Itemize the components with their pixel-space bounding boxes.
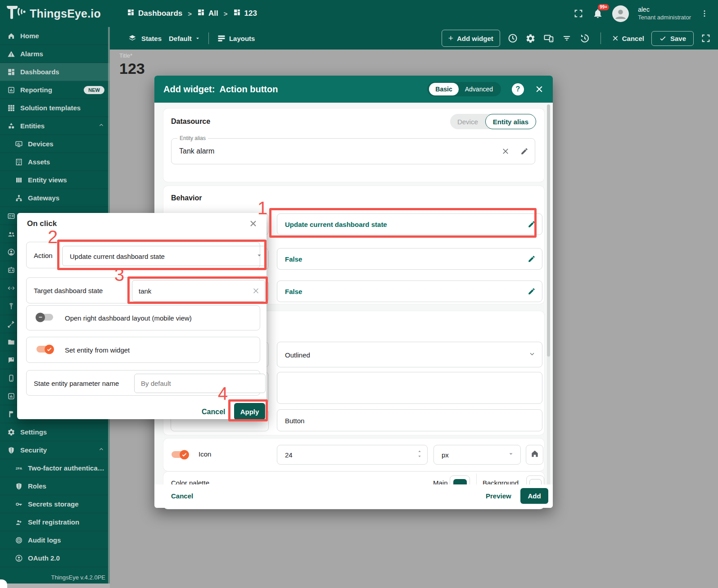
save-button[interactable]: Save <box>651 31 694 46</box>
gear-icon <box>7 428 15 436</box>
mobile-layout-toggle[interactable] <box>36 314 53 321</box>
states-layers-icon <box>128 34 137 43</box>
sidebar-item-alarms[interactable]: Alarms <box>0 45 110 63</box>
breadcrumb-item-all[interactable]: All <box>197 9 218 18</box>
button-type-select[interactable]: Outlined <box>277 342 542 367</box>
avatar[interactable] <box>612 5 629 22</box>
sidebar-item-label: Gateways <box>28 194 59 202</box>
tab-basic[interactable]: Basic <box>429 83 458 95</box>
modal-title: Add widget: <box>163 84 215 95</box>
icon-size-field[interactable]: 24 <box>277 445 428 465</box>
sidebar-item-label: Audit logs <box>28 536 61 544</box>
dashboard-title-block: Title* 123 <box>119 52 145 77</box>
target-state-input[interactable] <box>132 280 265 302</box>
breadcrumb-item-dashboards[interactable]: Dashboards <box>127 9 182 18</box>
sidebar-item-gateways[interactable]: Gateways <box>0 189 110 207</box>
sidebar-item-solution-templates[interactable]: Solution templates <box>0 99 110 117</box>
sidebar-item-entity-views[interactable]: Entity views <box>0 171 110 189</box>
fullscreen-icon[interactable] <box>573 9 583 18</box>
modal-add-button[interactable]: Add <box>520 488 548 504</box>
target-state-row: Target dashboard state <box>26 277 260 303</box>
kebab-menu-icon[interactable] <box>700 9 709 18</box>
mode-tabs: Basic Advanced <box>427 82 501 96</box>
expand-fullscreen-icon[interactable] <box>701 33 711 43</box>
sidebar-item-audit-logs[interactable]: Audit logs <box>0 531 110 549</box>
set-entity-toggle[interactable] <box>36 346 53 353</box>
sidebar-item-label: Self registration <box>28 518 79 526</box>
sidebar-item-devices[interactable]: Devices <box>0 135 110 153</box>
sidebar-item-assets[interactable]: Assets <box>0 153 110 171</box>
notifications-bell-icon[interactable]: 99+ <box>592 8 603 19</box>
modal-scrollbar[interactable] <box>547 104 550 493</box>
button-label-field[interactable]: Button <box>277 409 542 431</box>
alarm-icon <box>7 50 15 58</box>
sidebar-item-entities[interactable]: Entities <box>0 117 110 135</box>
columns-icon <box>15 176 23 184</box>
sidebar-item-two-factor-authenticati[interactable]: 2FATwo-factor authenticati… <box>0 459 110 477</box>
sidebar-item-label: Solution templates <box>20 104 81 112</box>
state-param-input[interactable] <box>134 374 266 393</box>
sidebar-item-secrets-storage[interactable]: Secrets storage <box>0 495 110 513</box>
sidebar-item-oauth-2-0[interactable]: OAuth 2.0 <box>0 549 110 567</box>
help-icon[interactable]: ? <box>512 83 524 95</box>
manage-layouts-devices-icon[interactable] <box>543 33 555 44</box>
version-history-icon[interactable] <box>579 33 590 44</box>
icon-picker-button[interactable] <box>526 445 543 465</box>
behavior-row-field-1[interactable]: Update current dashboard state <box>277 213 542 235</box>
key-icon <box>15 500 23 508</box>
sidebar-item-roles[interactable]: Roles <box>0 477 110 495</box>
title-field-label: Title* <box>119 52 145 59</box>
modal-preview-button[interactable]: Preview <box>486 492 511 500</box>
stepper-arrows-icon[interactable] <box>416 449 423 460</box>
sidebar-item-self-registration[interactable]: Self registration <box>0 513 110 531</box>
sidebar-item-security[interactable]: Security <box>0 441 110 459</box>
icon-toggle[interactable] <box>172 451 188 458</box>
chevron-up-icon[interactable] <box>98 446 104 454</box>
user-info[interactable]: alec Tenant administrator <box>638 6 691 21</box>
sidebar-item-reporting[interactable]: ReportingNEW <box>0 81 110 99</box>
chevron-up-icon[interactable] <box>98 122 104 130</box>
state-param-label: State entity parameter name <box>34 379 119 387</box>
filter-icon[interactable] <box>562 33 572 43</box>
sidebar-item-label: Assets <box>28 158 50 166</box>
sidebar-item-dashboards[interactable]: Dashboards <box>0 63 110 81</box>
device-monitor-icon <box>15 140 23 148</box>
dialog-apply-button[interactable]: Apply <box>234 403 265 420</box>
sidebar-item-settings[interactable]: Settings <box>0 423 110 441</box>
tab-advanced[interactable]: Advanced <box>459 83 499 95</box>
datasource-device-option[interactable]: Device <box>450 118 485 126</box>
datasource-entity-alias-option[interactable]: Entity alias <box>485 114 536 129</box>
state-select[interactable]: Default <box>169 35 200 42</box>
clear-entity-alias-icon[interactable] <box>501 147 510 155</box>
layouts-button[interactable]: Layouts <box>217 34 255 43</box>
sidebar-item-label: Entities <box>20 122 45 130</box>
behavior-row-field-2[interactable]: False <box>277 248 542 270</box>
dashboard-settings-gear-icon[interactable] <box>525 33 536 44</box>
edit-entity-alias-pencil-icon[interactable] <box>520 147 528 155</box>
breadcrumb-item-123[interactable]: 123 <box>233 9 257 18</box>
clear-target-state-icon[interactable] <box>252 287 260 295</box>
icon-size-unit-select[interactable]: px <box>434 445 521 465</box>
action-row: Action Update current dashboard state <box>26 242 260 268</box>
behavior-row-field-3[interactable]: False <box>277 280 542 302</box>
modal-close-icon[interactable] <box>535 85 544 94</box>
thingseye-logo-icon <box>6 5 26 22</box>
sidebar-item-label: Reporting <box>20 86 52 94</box>
empty-config-field[interactable] <box>277 372 542 404</box>
button-type-value: Outlined <box>285 351 310 358</box>
modal-cancel-button[interactable]: Cancel <box>171 492 193 500</box>
modal-widget-name: Action button <box>219 84 278 95</box>
edit-pencil-icon[interactable] <box>528 220 536 228</box>
check-icon <box>659 35 667 42</box>
app-logo[interactable]: ThingsEye.io <box>0 5 110 22</box>
entity-alias-field[interactable]: Entity alias Tank alarm <box>171 138 535 164</box>
cancel-edit-button[interactable]: Cancel <box>612 35 644 42</box>
add-widget-button[interactable]: + Add widget <box>442 30 500 47</box>
edit-pencil-icon[interactable] <box>528 255 536 263</box>
dialog-close-icon[interactable] <box>249 219 257 228</box>
dialog-cancel-button[interactable]: Cancel <box>202 408 225 416</box>
time-window-icon[interactable] <box>507 33 518 44</box>
edit-pencil-icon[interactable] <box>528 287 536 295</box>
action-select[interactable]: Update current dashboard state <box>62 246 268 266</box>
sidebar-item-home[interactable]: Home <box>0 27 110 45</box>
